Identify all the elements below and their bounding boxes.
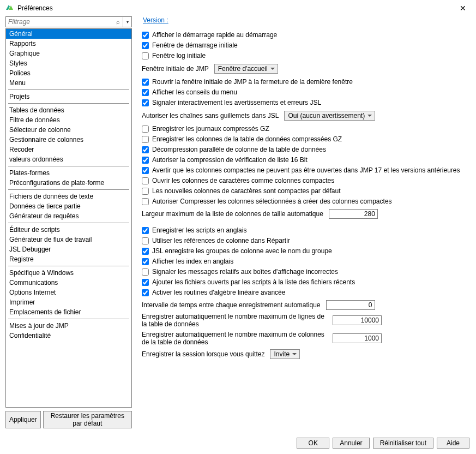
max-col-width-input[interactable] xyxy=(329,209,378,219)
list16_compress-checkbox[interactable] xyxy=(142,157,149,164)
allow_compress_sel-label: Autoriser Compresser les colonnes sélect… xyxy=(152,198,392,205)
window-title: Préférences xyxy=(17,4,455,12)
show_index_en-label: Afficher les index en anglais xyxy=(152,258,233,265)
gz_log-checkbox[interactable] xyxy=(142,126,149,133)
category-item[interactable]: Général xyxy=(6,29,131,39)
initial-window-select[interactable]: Fenêtre d'accueil xyxy=(214,64,278,74)
filter-input[interactable] xyxy=(6,17,113,27)
category-item[interactable]: Générateur de requêtes xyxy=(6,211,131,221)
unquoted-label: Autoriser les chaînes sans guillemets da… xyxy=(142,112,279,120)
ok-button[interactable]: OK xyxy=(297,438,329,449)
initial_log-checkbox[interactable] xyxy=(142,52,149,59)
initial_log-label: Fenêtre log initiale xyxy=(152,52,206,59)
warn_compact-label: Avertir que les colonnes compactes ne pe… xyxy=(152,166,460,174)
category-item[interactable]: Plates-formes xyxy=(6,168,131,178)
add_script_files-checkbox[interactable] xyxy=(142,279,149,286)
reopen_initial-label: Rouvrir la fenêtre initiale de JMP à la … xyxy=(152,78,353,86)
category-separator xyxy=(8,189,129,190)
autosave-interval-input[interactable] xyxy=(326,300,375,310)
reset-all-button[interactable]: Réinitialiser tout xyxy=(373,438,433,449)
category-item[interactable]: Spécifique à Windows xyxy=(6,268,131,278)
category-item[interactable]: Confidentialité xyxy=(6,331,131,340)
category-separator xyxy=(8,103,129,104)
autosave-interval-label: Intervalle de temps entre chaque enregis… xyxy=(142,301,321,309)
allow_compress_sel-checkbox[interactable] xyxy=(142,198,149,205)
category-item[interactable]: valeurs ordonnées xyxy=(6,154,131,164)
save_scripts_en-label: Enregistrer les scripts en anglais xyxy=(152,226,246,234)
search-icon[interactable]: ⌕ xyxy=(113,17,123,27)
filter-field[interactable]: ⌕ ▾ xyxy=(5,16,132,27)
show_menu_tips-label: Afficher les conseils du menu xyxy=(152,88,237,96)
autosave-cols-input[interactable] xyxy=(333,333,382,343)
list16_compress-label: Autoriser la compression de vérification… xyxy=(152,156,308,164)
parallel_decompress-checkbox[interactable] xyxy=(142,146,149,153)
reopen_initial-checkbox[interactable] xyxy=(142,79,149,86)
filter-dropdown-icon[interactable]: ▾ xyxy=(123,17,131,27)
category-item[interactable]: Projets xyxy=(6,92,131,101)
jsl_group_names-checkbox[interactable] xyxy=(142,248,149,255)
initial-window-label: Fenêtre initiale de JMP xyxy=(142,65,209,73)
initial_splash-label: Fenêtre de démarrage initiale xyxy=(152,41,238,49)
category-item[interactable]: Styles xyxy=(6,58,131,68)
use_col_refs-label: Utiliser les références de colonne dans … xyxy=(152,237,290,244)
new_char_compact-checkbox[interactable] xyxy=(142,188,149,195)
category-item[interactable]: Gestionnaire de colonnes xyxy=(6,135,131,145)
category-item[interactable]: Graphique xyxy=(6,49,131,58)
category-item[interactable]: Sélecteur de colonne xyxy=(6,125,131,135)
category-item[interactable]: Fichiers de données de texte xyxy=(6,192,131,201)
apply-button[interactable]: Appliquer xyxy=(5,411,41,428)
category-item[interactable]: Polices xyxy=(6,68,131,78)
parallel_decompress-label: Décompression parallèle de colonne de la… xyxy=(152,146,326,153)
category-item[interactable]: Mises à jour de JMP xyxy=(6,321,131,331)
report_jsl-checkbox[interactable] xyxy=(142,99,149,106)
version-link[interactable]: Version : xyxy=(143,16,168,24)
open_char_compact-label: Ouvrir les colonnes de caractères comme … xyxy=(152,177,334,184)
open_char_compact-checkbox[interactable] xyxy=(142,177,149,184)
reset-defaults-button[interactable]: Restaurer les paramètres par défaut xyxy=(43,411,132,428)
show_index_en-checkbox[interactable] xyxy=(142,258,149,265)
save_scripts_en-checkbox[interactable] xyxy=(142,227,149,234)
category-item[interactable]: Emplacements de fichier xyxy=(6,307,131,317)
category-item[interactable]: Recoder xyxy=(6,145,131,154)
initial_splash-checkbox[interactable] xyxy=(142,42,149,49)
category-item[interactable]: Données de tierce partie xyxy=(6,201,131,211)
autosave-rows-input[interactable] xyxy=(333,315,382,325)
warn_compact-checkbox[interactable] xyxy=(142,167,149,174)
category-item[interactable]: Communications xyxy=(6,278,131,288)
app-icon xyxy=(5,4,14,13)
category-item[interactable]: Filtre de données xyxy=(6,115,131,125)
category-item[interactable]: Menu xyxy=(6,78,131,88)
gz_cols-checkbox[interactable] xyxy=(142,136,149,143)
add_script_files-label: Ajouter les fichiers ouverts par les scr… xyxy=(152,278,355,286)
enable_adv_linalg-checkbox[interactable] xyxy=(142,289,149,296)
category-item[interactable]: Tables de données xyxy=(6,105,131,115)
category-item[interactable]: Registre xyxy=(6,254,131,264)
category-item[interactable]: Rapports xyxy=(6,39,131,49)
show_quickstart-checkbox[interactable] xyxy=(142,32,149,39)
category-item[interactable]: Éditeur de scripts xyxy=(6,225,131,235)
category-item[interactable]: Options Internet xyxy=(6,288,131,297)
category-item[interactable]: Imprimer xyxy=(6,297,131,307)
category-separator xyxy=(8,223,129,223)
gz_log-label: Enregistrer les journaux compressés GZ xyxy=(152,125,269,133)
show_menu_tips-checkbox[interactable] xyxy=(142,89,149,96)
autosave-rows-label: Enregistrer automatiquement le nombre ma… xyxy=(142,313,327,328)
category-list[interactable]: GénéralRapportsGraphiqueStylesPolicesMen… xyxy=(5,28,132,408)
jsl_group_names-label: JSL enregistre les groupes de colonne av… xyxy=(152,247,332,255)
category-item[interactable]: JSL Debugger xyxy=(6,244,131,254)
report_bad_display-checkbox[interactable] xyxy=(142,268,149,276)
category-separator xyxy=(8,89,129,90)
category-item[interactable]: Préconfigurations de plate-forme xyxy=(6,178,131,188)
use_col_refs-checkbox[interactable] xyxy=(142,237,149,244)
close-icon[interactable]: ✕ xyxy=(455,4,471,13)
category-item[interactable]: Générateur de flux de travail xyxy=(6,235,131,244)
category-separator xyxy=(8,266,129,266)
save-session-select[interactable]: Invite xyxy=(270,349,300,359)
save-session-label: Enregistrer la session lorsque vous quit… xyxy=(142,350,264,358)
gz_cols-label: Enregistrer les colonnes de la table de … xyxy=(152,135,342,143)
cancel-button[interactable]: Annuler xyxy=(333,438,369,449)
category-separator xyxy=(8,166,129,166)
unquoted-select[interactable]: Oui (aucun avertissement) xyxy=(284,111,375,121)
enable_adv_linalg-label: Activer les routines d'algèbre linéaire … xyxy=(152,289,285,296)
help-button[interactable]: Aide xyxy=(437,438,469,449)
